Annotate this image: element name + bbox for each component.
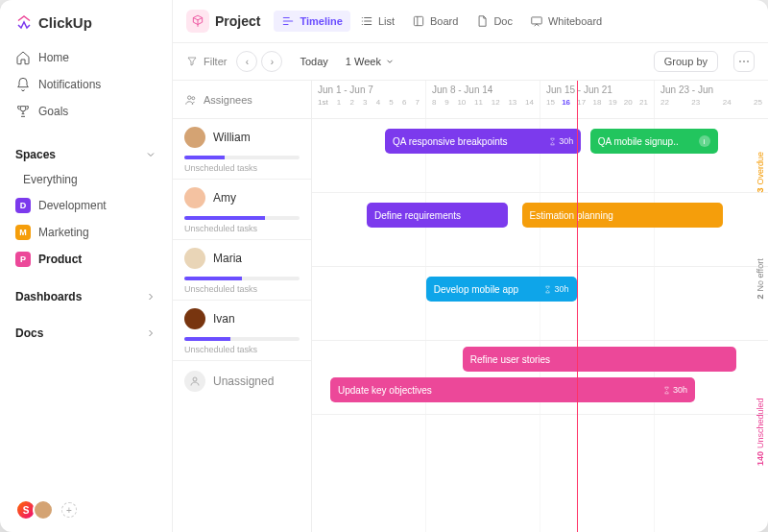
person-header[interactable]: Amy [184,187,300,208]
person-header[interactable]: William [184,127,300,148]
range-label: 1 Week [346,56,381,67]
nav-trophy[interactable]: Goals [8,98,164,125]
progress-bar [184,337,300,341]
timeline-grid[interactable]: Jun 1 - Jun 7 1st1234567 Jun 8 - Jun 14 … [312,81,768,532]
range-select[interactable]: 1 Week [346,56,395,67]
task-bar[interactable]: Develop mobile app30h [426,277,577,302]
sidebar: ClickUp Home Notifications Goals Spaces … [0,0,173,532]
person-name: Maria [213,252,242,265]
task-bar[interactable]: Update key objectives30h [330,377,695,402]
project-title: Project [215,13,260,29]
groupby-button[interactable]: Group by [654,51,718,72]
unscheduled-label[interactable]: Unscheduled tasks [184,224,300,233]
chevron-down-icon [385,57,395,66]
overdue-summary[interactable]: 3Overdue [753,119,768,226]
avatar[interactable] [33,499,54,520]
space-label: Marketing [38,226,89,239]
prev-button[interactable]: ‹ [236,51,257,72]
noeffort-summary[interactable]: 2No effort [753,226,768,332]
view-board[interactable]: Board [404,11,466,32]
side-summary: 3Overdue 2No effort 140Unscheduled [753,119,768,532]
unscheduled-label[interactable]: Unscheduled tasks [184,284,300,294]
space-badge: M [15,225,31,240]
timeline-row: Refine user stories Update key objective… [312,341,768,415]
unassigned-row[interactable]: Unassigned [173,361,311,401]
task-bar[interactable]: Estimation planning [522,203,723,228]
space-item-everything[interactable]: Everything [8,167,164,192]
task-label: Refine user stories [470,354,550,365]
docs-title: Docs [15,326,43,340]
nav-label: Goals [38,105,68,118]
day-labels: 1st1234567 [318,98,420,107]
toolbar: Filter ‹ › Today 1 Week Group by ⋯ [173,43,768,81]
people-icon [184,93,198,107]
svg-rect-6 [414,16,422,25]
timeline-row: QA responsive breakpoints30h QA mobile s… [312,119,768,193]
view-doc[interactable]: Doc [468,11,520,32]
person-row: William Unscheduled tasks [173,119,311,180]
more-button[interactable]: ⋯ [733,51,755,72]
main: Project Timeline List Board Doc Whiteboa… [173,0,768,532]
cube-icon [191,14,204,28]
doc-icon [475,14,489,28]
clickup-icon [15,13,33,31]
filter-label: Filter [204,56,227,67]
view-list[interactable]: List [352,11,402,32]
svg-point-10 [193,377,197,381]
view-label: Whiteboard [548,15,602,27]
nav-home[interactable]: Home [8,44,164,71]
add-user-button[interactable]: + [61,502,77,518]
avatar [184,248,205,269]
logo-text: ClickUp [38,14,92,31]
unscheduled-label[interactable]: Unscheduled tasks [184,163,300,173]
home-icon [15,50,31,65]
person-header[interactable]: Maria [184,248,300,269]
today-button[interactable]: Today [300,56,327,67]
space-label: Product [38,253,82,266]
spaces-title: Spaces [15,148,56,161]
nav-label: Notifications [38,78,101,91]
logo[interactable]: ClickUp [0,0,172,40]
spaces-header[interactable]: Spaces [8,142,164,167]
task-label: Update key objectives [338,385,432,396]
info-icon: i [699,135,710,147]
avatar [184,187,205,208]
week-label: Jun 23 - Jun [660,85,713,95]
view-label: Doc [493,15,513,27]
task-bar[interactable]: QA responsive breakpoints30h [385,129,581,154]
docs-section: Docs [0,313,172,350]
task-bar[interactable]: Define requirements [367,203,508,228]
person-name: Ivan [213,312,235,326]
task-bar[interactable]: QA mobile signup..i [590,129,718,154]
list-icon [360,14,373,28]
space-item-product[interactable]: PProduct [8,246,164,273]
filter-button[interactable]: Filter [186,56,227,67]
chevron-right-icon [145,291,156,302]
task-bar[interactable]: Refine user stories [463,347,736,372]
task-time: 30h [548,136,573,146]
view-whiteboard[interactable]: Whiteboard [522,11,610,32]
chevron-right-icon [145,327,156,339]
unscheduled-label[interactable]: Unscheduled tasks [184,345,300,354]
whiteboard-icon [530,14,543,28]
project-icon [186,10,209,33]
date-nav: ‹ › [236,51,282,72]
unscheduled-summary[interactable]: 140Unscheduled [753,331,768,532]
week-column: Jun 8 - Jun 14 891011121314 [425,81,540,118]
week-label: Jun 15 - Jun 21 [546,85,612,95]
timeline-row: Define requirements Estimation planning [312,193,768,267]
person-header[interactable]: Ivan [184,308,300,329]
avatar [184,127,205,148]
dashboards-header[interactable]: Dashboards [8,284,164,309]
nav-bell[interactable]: Notifications [8,71,164,98]
week-label: Jun 1 - Jun 7 [318,85,373,95]
timeline-rows: QA responsive breakpoints30h QA mobile s… [312,119,768,457]
assignees-header: Assignees [173,81,311,119]
task-label: Define requirements [374,210,461,221]
unassigned-label: Unassigned [213,375,274,388]
next-button[interactable]: › [261,51,282,72]
space-item-development[interactable]: DDevelopment [8,192,164,219]
space-item-marketing[interactable]: MMarketing [8,219,164,246]
view-timeline[interactable]: Timeline [274,11,349,32]
docs-header[interactable]: Docs [8,321,164,346]
